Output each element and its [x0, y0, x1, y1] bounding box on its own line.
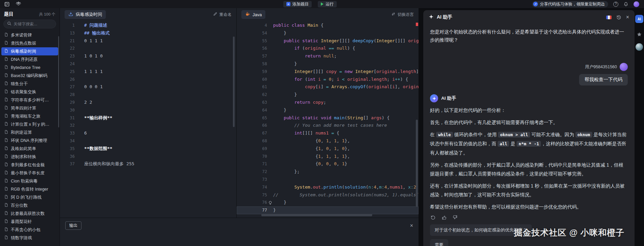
regenerate-icon[interactable]: [430, 215, 436, 220]
line-number: 77: [237, 206, 267, 214]
close-icon[interactable]: ×: [626, 15, 629, 20]
star-icon[interactable]: [637, 32, 642, 37]
sidebar-item-label: DNA 序列还原: [11, 57, 38, 63]
output-tab[interactable]: 输出: [65, 221, 81, 230]
sidebar-item[interactable]: RGB 色值转 Integer: [1, 185, 58, 193]
sidebar-item[interactable]: 猫鱼分干: [1, 80, 58, 88]
problem-line: 28: [60, 91, 236, 99]
sidebar-item[interactable]: 阿 D 的飞行路线: [1, 193, 58, 201]
problem-line: 35**数据范围**: [60, 145, 236, 153]
pencil-icon: [213, 12, 217, 17]
sidebar-item[interactable]: 不再贪心的小包: [1, 226, 58, 234]
sidebar-item[interactable]: DNA 序列还原: [1, 55, 58, 64]
problem-scrollbar[interactable]: [233, 36, 235, 127]
output-panel: 输出 ×: [60, 218, 419, 246]
sidebar-item[interactable]: 和的逆运算: [1, 128, 58, 137]
code-scrollbar[interactable]: [416, 120, 418, 207]
user-name: 用户9584351560: [585, 64, 617, 70]
profile-logo-icon[interactable]: [636, 43, 643, 51]
sidebar-item[interactable]: 最小替换子串长度: [1, 169, 58, 177]
sidebar-item-label: 查找热点数据: [11, 41, 36, 46]
document-icon: [4, 65, 8, 70]
suggested-question[interactable]: 需要: [430, 239, 448, 246]
line-number: 27: [60, 83, 75, 91]
center-column: 病毒感染时间 重命名 1# 问题描述13## 输出格式210 1 1 12223…: [60, 8, 419, 246]
sidebar-item[interactable]: 比赛最高获胜次数: [1, 210, 58, 218]
line-number: 35: [60, 145, 75, 153]
rename-button[interactable]: 重命名: [213, 12, 232, 18]
sidebar-item[interactable]: 猜数字游戏: [1, 234, 58, 242]
sidebar-item[interactable]: 拿到最多红包金额: [1, 161, 58, 169]
share-banner[interactable]: ↗ 分享代码练习体验，领限量定制周边: [532, 1, 608, 7]
code-line: 64 }: [237, 106, 419, 114]
problem-panel-header: 病毒感染时间 重命名: [60, 8, 236, 21]
add-problem-label: 添加题目: [292, 1, 309, 7]
suggested-question[interactable]: 对于这个初始状态，如何确定感染的优先顺序？: [430, 224, 532, 236]
app: 添加题目 运行 ↗ 分享代码练习体验，领限量定制周边 ? 题目 共 100 个: [0, 0, 644, 246]
problem-line: 251 1 1 1: [60, 68, 236, 76]
user-avatar[interactable]: [634, 1, 639, 7]
ai-avatar: [430, 94, 438, 102]
line-number: 36: [60, 153, 75, 161]
problem-line: 34: [60, 137, 236, 145]
code-line: 58 }: [237, 60, 419, 68]
share-icon: ↗: [533, 2, 538, 6]
sidebar-scrollbar[interactable]: [58, 36, 59, 127]
sidebar-item[interactable]: 暴雨梨花针: [1, 218, 58, 226]
sidebar-item[interactable]: 查找热点数据: [1, 39, 58, 47]
problem-tab[interactable]: 病毒感染时间: [65, 10, 106, 19]
line-number: 26: [60, 76, 75, 83]
sidebar-item[interactable]: 及格如此简单: [1, 145, 58, 153]
close-icon[interactable]: ×: [410, 223, 413, 228]
sidebar-item[interactable]: 百分位数: [1, 201, 58, 210]
sidebar-item[interactable]: 病毒感染时间: [1, 47, 58, 55]
document-icon: [4, 154, 8, 159]
sidebar-item[interactable]: 简单四则计算: [1, 104, 58, 112]
language-tab[interactable]: Java: [241, 10, 265, 19]
history-icon[interactable]: [616, 15, 621, 20]
problem-line: 13## 输出格式: [60, 29, 236, 37]
bell-icon[interactable]: [623, 2, 628, 7]
switch-language-button[interactable]: 切换语言: [391, 12, 414, 18]
rename-label: 重命名: [219, 12, 232, 18]
sidebar-item[interactable]: Bytedance Tree: [1, 64, 58, 72]
line-number: 25: [60, 68, 75, 76]
run-button[interactable]: 运行: [318, 1, 337, 7]
sidebar-item[interactable]: 计算位置 x 到 y 的…: [1, 120, 58, 128]
juejin-logo-icon[interactable]: [15, 1, 22, 7]
code-editor[interactable]: 4public class Main {54 }55 public static…: [237, 22, 419, 214]
sidebar-item[interactable]: 多米诺骨牌: [1, 31, 58, 39]
line-number: 60: [237, 76, 267, 83]
document-icon: [4, 89, 8, 95]
line-number: 65: [237, 114, 267, 122]
share-banner-label: 分享代码练习体验，领限量定制周边: [540, 1, 605, 7]
help-icon[interactable]: ?: [613, 2, 618, 7]
search-box: [3, 20, 56, 28]
sidebar-title: 题目: [4, 11, 14, 17]
lightbulb-icon[interactable]: [267, 199, 273, 206]
sidebar-item[interactable]: 环状 DNA 序列整理: [1, 137, 58, 145]
ai-plugin-icon[interactable]: AI: [635, 15, 643, 23]
sidebar-item[interactable]: Base32 编码和解码: [1, 72, 58, 80]
add-problem-button[interactable]: 添加题目: [283, 1, 312, 7]
code-horizontal-scrollbar[interactable]: [261, 214, 372, 216]
sidebar-item-label: 拿到最多红包金额: [11, 162, 45, 168]
line-number: 68: [237, 137, 267, 145]
brand-area: [0, 1, 22, 7]
problem-editor[interactable]: 1# 问题描述13## 输出格式210 1 1 122231 0 1 02425…: [60, 22, 236, 168]
sidebar-item[interactable]: 青海湖租车之旅: [1, 112, 58, 120]
thumbs-up-icon[interactable]: [441, 215, 447, 220]
user-avatar: [620, 63, 628, 71]
notebook-logo-icon[interactable]: [4, 1, 10, 7]
document-icon: [4, 162, 8, 168]
sidebar-item[interactable]: Cion 勒索病毒: [1, 177, 58, 185]
problem-count: 共 100 个: [39, 12, 55, 17]
code-line: 69 {1, 0, 1, 0},: [237, 145, 419, 153]
problem-line: 36: [60, 153, 236, 161]
sidebar-item[interactable]: 字符串有多少种可…: [1, 96, 58, 104]
search-input[interactable]: [14, 22, 52, 26]
translate-flag-icon[interactable]: [606, 16, 612, 19]
sidebar-item[interactable]: 进制求和转换: [1, 153, 58, 161]
thumbs-down-icon[interactable]: [452, 215, 458, 220]
sidebar-item[interactable]: 链表聚集交换: [1, 88, 58, 96]
